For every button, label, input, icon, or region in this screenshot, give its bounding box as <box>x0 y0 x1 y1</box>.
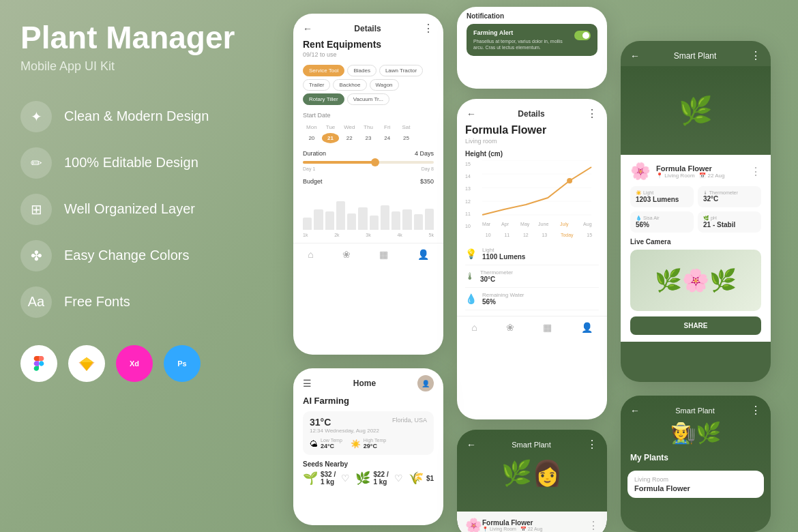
p6-more-btn[interactable]: ⋮ <box>588 519 599 532</box>
my-plants-title: My Plants <box>621 449 771 467</box>
cal-day-wed: Wed <box>340 123 358 132</box>
cal-24[interactable]: 24 <box>379 133 396 143</box>
feature-label-editable: 100% Editable Design <box>64 155 198 171</box>
seed2-like[interactable]: ♡ <box>394 473 403 484</box>
feature-label-colors: Easy Change Colors <box>64 248 189 263</box>
seed1-like[interactable]: ♡ <box>341 473 350 484</box>
p7-more[interactable]: ⋮ <box>750 404 761 417</box>
phone5-content: AI Farming 31°C 12:34 Wednesday, Aug 202… <box>293 396 443 486</box>
feature-label-fonts: Free Fonts <box>64 294 130 310</box>
weather-row: 🌤 Low Temp 24°C ☀️ High Temp 29°C <box>310 438 427 449</box>
fonts-icon: Aa <box>20 286 52 318</box>
nav-plant-icon[interactable]: ❀ <box>342 249 351 260</box>
nav3-user[interactable]: 👤 <box>581 322 593 333</box>
rent-date: 09/12 to use <box>303 51 434 58</box>
p3-chart: Height (cm) 151413121110 <box>465 150 599 237</box>
phone4-header: ← Smart Plant ⋮ <box>621 41 771 66</box>
weather-card: 31°C 12:34 Wednesday, Aug 2022 Florida, … <box>303 411 434 455</box>
tag-backhoe[interactable]: Backhoe <box>333 79 366 91</box>
ps-icon: Ps <box>164 345 201 382</box>
tag-wagon[interactable]: Wagon <box>370 79 399 91</box>
chart-area: Mar Apr May June July Aug <box>475 160 599 231</box>
p6-title: Smart Plant <box>512 441 550 449</box>
more-button[interactable]: ⋮ <box>423 22 434 35</box>
cal-23[interactable]: 23 <box>359 133 377 143</box>
svg-text:Mar: Mar <box>482 222 491 226</box>
bar-7 <box>370 216 379 230</box>
nav3-plant[interactable]: ❀ <box>506 322 514 333</box>
slider-labels: Day 1 Day 8 <box>303 166 434 171</box>
cal-20[interactable]: 20 <box>303 133 321 143</box>
p4-header-title: Smart Plant <box>674 51 717 61</box>
nav3-cal[interactable]: ▦ <box>543 322 552 333</box>
info-light: 💡 Light 1100 Lumens <box>465 243 599 265</box>
p4-illustration: 🌿 <box>621 66 771 155</box>
phone-rent-equipments: ← Details ⋮ Rent Equipments 09/12 to use… <box>293 14 443 355</box>
phone1-bottom-nav: ⌂ ❀ ▦ 👤 <box>293 243 443 263</box>
p4-plant-info: Formula Flower 📍 Living Room 📅 22 Aug <box>656 164 725 179</box>
seed3-icon: 🌾 <box>409 471 424 486</box>
p4-more[interactable]: ⋮ <box>750 49 761 62</box>
figma-icon <box>20 345 57 382</box>
p4-ph-stat: 🌿 pH 21 - Stabil <box>698 211 761 233</box>
nav-user-icon[interactable]: 👤 <box>417 249 429 260</box>
p6-back[interactable]: ← <box>467 439 476 450</box>
nav-home-icon[interactable]: ⌂ <box>308 249 313 260</box>
low-temp-icon: 🌤 <box>310 439 318 449</box>
slider-thumb[interactable] <box>371 158 379 166</box>
duration-value: 4 Days <box>415 150 434 157</box>
cal-25[interactable]: 25 <box>398 133 415 143</box>
phone1-content: Rent Equipments 09/12 to use Service Too… <box>293 39 443 237</box>
bar-10 <box>402 209 411 230</box>
p7-bg: ← Smart Plant ⋮ 🧑‍🌾🌿 My Plants Living Ro… <box>621 396 771 532</box>
tag-vacuum[interactable]: Vacuum Tr... <box>347 93 389 105</box>
feature-item-fonts: Aa Free Fonts <box>20 286 239 318</box>
p4-plant-name: Formula Flower <box>656 164 725 173</box>
weather-temp: 31°C <box>310 417 379 428</box>
cal-22[interactable]: 22 <box>340 133 358 143</box>
tag-lawn[interactable]: Lawn Tractor <box>379 65 423 76</box>
seed3: 🌾 $1 <box>409 471 434 486</box>
tag-trailer[interactable]: Trailer <box>303 79 330 91</box>
p4-share-button[interactable]: SHARE <box>630 316 761 335</box>
seed2-icon: 🌿 <box>355 471 370 486</box>
weather-location: Florida, USA <box>392 417 427 424</box>
bar-6 <box>358 207 367 230</box>
phone3-more[interactable]: ⋮ <box>587 107 597 120</box>
nav3-home[interactable]: ⌂ <box>471 322 477 333</box>
p4-plant-more[interactable]: ⋮ <box>750 165 761 178</box>
p7-back[interactable]: ← <box>630 405 640 416</box>
p6-plant-name: Formula Flower <box>482 519 542 527</box>
p7-header: ← Smart Plant ⋮ <box>621 396 771 421</box>
p4-thermo-stat: 🌡 Thermometer 32°C <box>698 186 761 207</box>
p6-more[interactable]: ⋮ <box>587 438 597 451</box>
notif-toggle[interactable] <box>574 31 591 40</box>
back-button[interactable]: ← <box>303 23 312 34</box>
phone3-header: ← Details ⋮ <box>457 99 607 124</box>
p5-menu-icon[interactable]: ☰ <box>303 378 312 389</box>
notif-title: Farming Alert <box>473 29 569 36</box>
p6-illustration: 🌿👩 <box>457 455 607 492</box>
cal-day-tue: Tue <box>322 123 340 132</box>
low-temp-value: 24°C <box>321 443 342 449</box>
tag-blades[interactable]: Blades <box>347 65 376 76</box>
p4-plant-meta: 📍 Living Room 📅 22 Aug <box>656 173 725 179</box>
phone1-header-title: Details <box>312 24 423 33</box>
tag-service[interactable]: Service Tool <box>303 65 344 76</box>
p4-back[interactable]: ← <box>630 50 640 61</box>
cal-21[interactable]: 21 <box>322 133 340 143</box>
slider-fill <box>303 161 375 164</box>
rent-title: Rent Equipments <box>303 39 434 50</box>
tag-rotary[interactable]: Rotary Tiller <box>303 93 344 105</box>
p7-plant-label: Living Room <box>634 476 757 483</box>
notif-card: Farming Alert Phasellus at tempor, variu… <box>467 24 597 56</box>
start-date-label: Start Date <box>303 112 434 119</box>
bar-12 <box>425 209 434 230</box>
layer-icon: ⊞ <box>20 194 52 225</box>
light-label: Light <box>482 247 525 253</box>
phone2-content: Notification Farming Alert Phasellus at … <box>457 7 607 61</box>
slider-track[interactable] <box>303 161 434 164</box>
nav-calendar-icon[interactable]: ▦ <box>379 249 388 260</box>
phone3-back[interactable]: ← <box>467 108 476 119</box>
svg-text:May: May <box>520 222 530 227</box>
